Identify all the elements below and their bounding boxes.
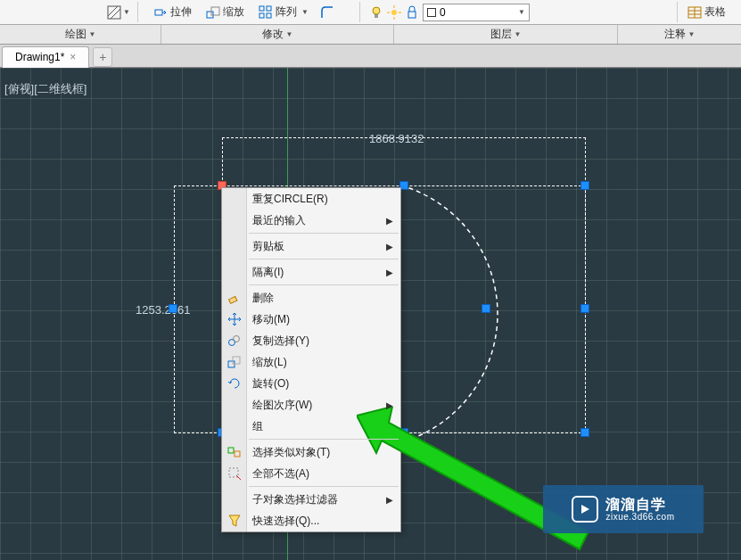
hatch-icon[interactable] bbox=[107, 5, 121, 20]
grip[interactable] bbox=[580, 428, 589, 437]
grip[interactable] bbox=[169, 304, 177, 313]
ctx-rotate[interactable]: 旋转(O) bbox=[222, 373, 400, 394]
table-label: 表格 bbox=[704, 4, 726, 20]
panel-layers[interactable]: 图层▼ bbox=[394, 25, 617, 44]
svg-rect-8 bbox=[259, 13, 264, 18]
sun-icon[interactable] bbox=[387, 5, 401, 20]
chevron-right-icon: ▶ bbox=[386, 400, 393, 410]
svg-point-12 bbox=[391, 10, 397, 15]
array-label: 阵列 bbox=[276, 4, 297, 20]
array-button[interactable]: 阵列▼ bbox=[252, 2, 315, 22]
lock-icon[interactable] bbox=[405, 5, 419, 20]
badge-url: zixue.3d66.com bbox=[605, 512, 674, 522]
ctx-isolate[interactable]: 隔离(I)▶ bbox=[222, 261, 400, 283]
scale-icon bbox=[206, 5, 220, 20]
ctx-draw-order[interactable]: 绘图次序(W)▶ bbox=[222, 394, 400, 416]
ctx-deselect-all[interactable]: 全部不选(A) bbox=[222, 463, 400, 484]
chevron-right-icon: ▶ bbox=[386, 242, 393, 251]
svg-rect-17 bbox=[408, 12, 416, 18]
scale-button[interactable]: 缩放 bbox=[200, 2, 251, 22]
qselect-icon bbox=[227, 514, 242, 528]
tab-label: Drawing1* bbox=[15, 51, 64, 63]
erase-icon bbox=[227, 291, 242, 305]
play-icon bbox=[572, 496, 598, 523]
move-icon bbox=[227, 312, 242, 326]
ctx-copy-selection[interactable]: 复制选择(Y) bbox=[222, 330, 400, 351]
stretch-icon bbox=[153, 5, 168, 20]
svg-rect-6 bbox=[259, 6, 264, 11]
chevron-right-icon: ▶ bbox=[386, 268, 393, 277]
table-icon bbox=[687, 5, 702, 20]
ctx-delete[interactable]: 删除 bbox=[222, 287, 400, 309]
chevron-right-icon: ▶ bbox=[386, 216, 393, 226]
ctx-scale[interactable]: 缩放(L) bbox=[222, 351, 400, 373]
stretch-label: 拉伸 bbox=[170, 4, 192, 20]
tab-add-button[interactable]: + bbox=[93, 47, 112, 67]
watermark-badge: 溜溜自学 zixue.3d66.com bbox=[543, 485, 704, 533]
ctx-subobject-filter[interactable]: 子对象选择过滤器▶ bbox=[222, 489, 400, 510]
grip[interactable] bbox=[580, 304, 589, 313]
layer-value: 0 bbox=[440, 6, 446, 19]
svg-rect-11 bbox=[375, 14, 378, 18]
close-icon[interactable]: × bbox=[70, 51, 76, 63]
bulb-off-icon[interactable] bbox=[369, 5, 383, 20]
svg-marker-31 bbox=[581, 505, 589, 514]
deselect-icon bbox=[227, 466, 242, 481]
panel-draw[interactable]: 绘图▼ bbox=[0, 25, 161, 44]
dim-width: 1868.9132 bbox=[369, 132, 424, 145]
drawing-canvas[interactable]: // placeholder – grid drawn below via ge… bbox=[0, 68, 741, 560]
ctx-repeat[interactable]: 重复CIRCLE(R) bbox=[222, 188, 400, 210]
select-similar-icon bbox=[227, 445, 242, 459]
svg-point-23 bbox=[229, 340, 235, 346]
svg-line-2 bbox=[111, 9, 120, 19]
ctx-select-similar[interactable]: 选择类似对象(T) bbox=[222, 441, 400, 463]
ctx-move[interactable]: 移动(M) bbox=[222, 309, 400, 330]
stretch-button[interactable]: 拉伸 bbox=[147, 2, 198, 22]
ctx-group[interactable]: 组 bbox=[222, 416, 400, 437]
svg-rect-9 bbox=[267, 13, 271, 18]
panel-modify[interactable]: 修改▼ bbox=[161, 25, 393, 44]
svg-rect-7 bbox=[267, 6, 271, 11]
chevron-right-icon: ▶ bbox=[386, 495, 393, 505]
layer-combo[interactable]: 0 ▼ bbox=[423, 4, 530, 21]
svg-point-10 bbox=[373, 7, 380, 14]
svg-rect-3 bbox=[155, 10, 162, 15]
ctx-clipboard[interactable]: 剪贴板▶ bbox=[222, 235, 400, 257]
rotate-icon bbox=[227, 376, 242, 391]
copy-icon bbox=[227, 334, 242, 348]
svg-rect-26 bbox=[233, 357, 240, 364]
fillet-button[interactable] bbox=[317, 3, 338, 22]
ctx-recent-input[interactable]: 最近的输入▶ bbox=[222, 210, 400, 231]
svg-point-24 bbox=[234, 336, 240, 342]
table-button[interactable]: 表格 bbox=[681, 0, 732, 24]
dim-height: 1253.2061 bbox=[136, 303, 190, 317]
fillet-icon bbox=[320, 5, 334, 20]
scale-label: 缩放 bbox=[223, 4, 244, 20]
ctx-quick-select[interactable]: 快速选择(Q)... bbox=[222, 510, 400, 531]
svg-rect-28 bbox=[235, 451, 240, 457]
panel-annotate[interactable]: 注释▼ bbox=[618, 25, 741, 44]
chevron-down-icon: ▼ bbox=[518, 8, 525, 16]
svg-line-1 bbox=[108, 6, 118, 16]
array-icon bbox=[259, 5, 273, 20]
context-menu: 重复CIRCLE(R) 最近的输入▶ 剪贴板▶ 隔离(I)▶ 删除 移动(M) … bbox=[221, 187, 401, 532]
tab-drawing1[interactable]: Drawing1* × bbox=[2, 46, 89, 68]
svg-rect-0 bbox=[108, 6, 120, 19]
grip[interactable] bbox=[482, 304, 490, 313]
grip[interactable] bbox=[580, 181, 589, 190]
scale-icon bbox=[227, 355, 242, 369]
svg-rect-27 bbox=[228, 448, 234, 453]
svg-rect-22 bbox=[229, 296, 237, 303]
badge-title: 溜溜自学 bbox=[605, 497, 674, 513]
view-label[interactable]: [俯视][二维线框] bbox=[2, 80, 89, 98]
